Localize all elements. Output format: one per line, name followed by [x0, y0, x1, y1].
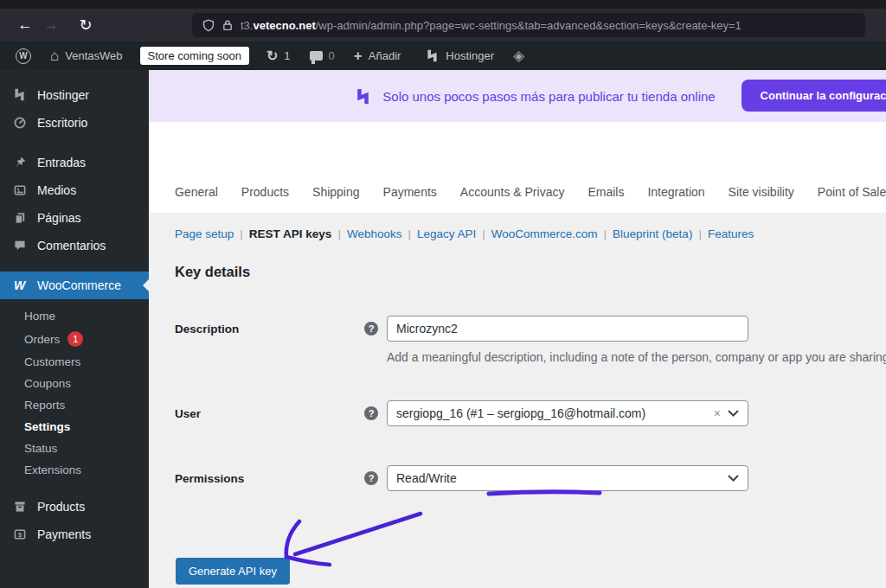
back-button[interactable]: ←: [12, 13, 38, 37]
hostinger-label: Hostinger: [446, 49, 494, 62]
subnav-features[interactable]: Features: [708, 227, 754, 240]
admin-sidebar: Hostinger Escritorio Entradas Medios Pá: [0, 70, 149, 588]
sidebar-item-medios[interactable]: Medios: [0, 176, 149, 204]
generate-api-key-button[interactable]: Generate API key: [176, 558, 290, 585]
help-icon[interactable]: [364, 406, 378, 420]
continue-setup-button[interactable]: Continuar la configuración: [742, 80, 886, 112]
wp-admin-bar: VentasWeb Store coming soon 1 0 Añadir H…: [0, 42, 886, 70]
description-label: Description: [175, 323, 364, 336]
lock-icon[interactable]: [222, 19, 233, 31]
sidebar-item-entradas[interactable]: Entradas: [0, 149, 149, 176]
description-help-text: Add a meaningful description, including …: [387, 350, 886, 364]
add-new-label: Añadir: [369, 49, 401, 62]
sidebar-item-products[interactable]: Products: [0, 493, 149, 521]
submenu-item-status[interactable]: Status: [0, 438, 149, 459]
user-label: User: [175, 407, 364, 420]
subnav-blueprint[interactable]: Blueprint (beta): [613, 227, 692, 240]
diamond-icon: [513, 47, 524, 65]
hostinger-setup-banner: Solo unos pocos pasos más para publicar …: [149, 70, 886, 122]
tab-emails[interactable]: Emails: [587, 185, 624, 199]
address-bar[interactable]: t3.vetecno.net/wp-admin/admin.php?page=w…: [192, 13, 865, 37]
site-name-menu[interactable]: VentasWeb: [43, 42, 130, 70]
media-icon: [11, 183, 28, 197]
permissions-select[interactable]: Read/Write: [387, 465, 748, 491]
sidebar-item-payments[interactable]: $ Payments: [0, 521, 149, 548]
advanced-subnav: Page setupREST API keysWebhooksLegacy AP…: [175, 227, 886, 240]
pages-icon: [11, 211, 28, 225]
submenu-item-extensions[interactable]: Extensions: [0, 459, 149, 481]
site-name: VentasWeb: [65, 49, 122, 62]
tab-general[interactable]: General: [175, 185, 218, 199]
tab-accounts-privacy[interactable]: Accounts & Privacy: [460, 185, 565, 199]
help-icon[interactable]: [364, 471, 378, 485]
payments-icon: $: [11, 527, 28, 541]
subnav-rest-api-keys[interactable]: REST API keys: [249, 227, 332, 240]
tab-payments[interactable]: Payments: [383, 185, 437, 199]
comments-icon: [11, 239, 28, 252]
comments-menu[interactable]: 0: [303, 42, 342, 70]
permissions-select-value: Read/Write: [396, 471, 721, 485]
pin-icon: [11, 156, 28, 169]
sidebar-item-paginas[interactable]: Páginas: [0, 204, 149, 232]
sidebar-item-comentarios[interactable]: Comentarios: [0, 232, 149, 259]
page-title: Key details: [175, 264, 886, 280]
user-select-value: sergiopg_16 (#1 – sergiopg_16@hotmail.co…: [396, 406, 707, 420]
description-input[interactable]: [387, 316, 748, 342]
gem-menu[interactable]: [506, 42, 531, 70]
hostinger-menu[interactable]: Hostinger: [418, 42, 501, 70]
wordpress-logo-icon: [16, 48, 31, 64]
settings-panel: Page setupREST API keysWebhooksLegacy AP…: [149, 213, 886, 588]
help-icon[interactable]: [364, 322, 378, 336]
subnav-webhooks[interactable]: Webhooks: [347, 227, 402, 240]
tab-shipping[interactable]: Shipping: [312, 185, 360, 199]
woocommerce-icon: W: [11, 278, 28, 292]
home-icon: [50, 48, 59, 63]
plus-icon: [354, 48, 363, 63]
sidebar-item-escritorio[interactable]: Escritorio: [0, 109, 149, 137]
submenu-item-coupons[interactable]: Coupons: [0, 373, 149, 394]
tab-products[interactable]: Products: [241, 185, 289, 199]
updates-count: 1: [284, 49, 290, 62]
banner-message: Solo unos pocos pasos más para publicar …: [382, 89, 715, 104]
sidebar-item-woocommerce[interactable]: W WooCommerce: [0, 272, 149, 299]
tab-point-of-sale[interactable]: Point of Sale: [818, 185, 886, 199]
subnav-page-setup[interactable]: Page setup: [175, 227, 234, 240]
chevron-down-icon: [728, 410, 739, 418]
refresh-button[interactable]: ↻: [73, 13, 99, 37]
tab-site-visibility[interactable]: Site visibility: [729, 185, 794, 199]
subnav-woocommerce-com[interactable]: WooCommerce.com: [491, 227, 598, 240]
submenu-item-customers[interactable]: Customers: [0, 351, 149, 373]
add-new-menu[interactable]: Añadir: [347, 42, 408, 70]
sidebar-label: Hostinger: [37, 88, 89, 102]
subnav-legacy-api[interactable]: Legacy API: [417, 227, 476, 240]
woocommerce-submenu: Home Orders1 Customers Coupons Reports S…: [0, 299, 149, 493]
submenu-item-reports[interactable]: Reports: [0, 394, 149, 416]
hostinger-icon: [354, 87, 372, 105]
submenu-item-settings[interactable]: Settings: [0, 416, 149, 438]
coming-soon-badge: Store coming soon: [140, 47, 249, 65]
products-box-icon: [11, 500, 28, 514]
hostinger-icon: [11, 87, 28, 102]
submenu-item-orders[interactable]: Orders1: [0, 327, 149, 351]
wordpress-logo-menu[interactable]: [9, 42, 38, 70]
browser-tab-strip: [0, 0, 886, 9]
shield-icon[interactable]: [202, 19, 215, 32]
user-select[interactable]: sergiopg_16 (#1 – sergiopg_16@hotmail.co…: [387, 400, 748, 426]
sidebar-label: Páginas: [37, 211, 81, 225]
sidebar-label: Products: [37, 500, 85, 514]
sidebar-label: Comentarios: [37, 239, 106, 252]
tab-integration[interactable]: Integration: [647, 185, 704, 199]
clear-icon[interactable]: [714, 406, 721, 420]
sidebar-item-hostinger[interactable]: Hostinger: [0, 80, 149, 109]
settings-tabs-bar: General Products Shipping Payments Accou…: [149, 122, 886, 213]
forward-button[interactable]: →: [38, 13, 64, 37]
svg-text:$: $: [17, 531, 22, 539]
submenu-item-home[interactable]: Home: [0, 305, 149, 327]
updates-menu[interactable]: 1: [260, 42, 298, 70]
orders-count-badge: 1: [67, 331, 83, 347]
browser-toolbar: ← → ↻ t3.vetecno.net/wp-admin/admin.php?…: [0, 9, 886, 42]
sidebar-label: Entradas: [37, 156, 86, 169]
chevron-down-icon: [728, 475, 739, 483]
hostinger-icon: [425, 48, 440, 63]
sidebar-label: Medios: [37, 183, 76, 197]
